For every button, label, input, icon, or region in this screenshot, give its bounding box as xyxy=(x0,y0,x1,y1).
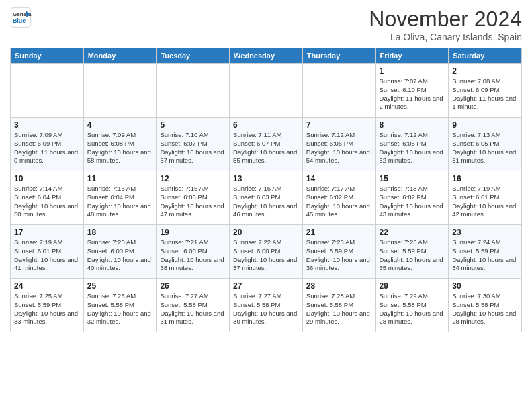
day-info: Sunrise: 7:12 AMSunset: 6:05 PMDaylight:… xyxy=(380,131,445,165)
calendar-cell: 17Sunrise: 7:19 AMSunset: 6:01 PMDayligh… xyxy=(11,225,84,279)
calendar-cell: 28Sunrise: 7:28 AMSunset: 5:58 PMDayligh… xyxy=(302,279,375,332)
day-number: 25 xyxy=(87,281,153,291)
calendar-cell: 14Sunrise: 7:17 AMSunset: 6:02 PMDayligh… xyxy=(302,171,375,225)
title-section: November 2024 La Oliva, Canary Islands, … xyxy=(369,7,522,42)
day-number: 16 xyxy=(452,174,518,183)
calendar-week-1: 1Sunrise: 7:07 AMSunset: 6:10 PMDaylight… xyxy=(11,64,522,118)
day-info: Sunrise: 7:29 AMSunset: 5:58 PMDaylight:… xyxy=(380,292,445,326)
weekday-header-friday: Friday xyxy=(375,48,449,64)
calendar-cell xyxy=(11,64,84,118)
day-number: 19 xyxy=(160,228,226,237)
calendar-cell: 22Sunrise: 7:23 AMSunset: 5:59 PMDayligh… xyxy=(375,225,449,279)
weekday-header-thursday: Thursday xyxy=(302,48,375,64)
calendar-cell: 9Sunrise: 7:13 AMSunset: 6:05 PMDaylight… xyxy=(449,118,522,171)
month-title: November 2024 xyxy=(369,7,522,32)
day-number: 7 xyxy=(306,120,372,130)
day-info: Sunrise: 7:07 AMSunset: 6:10 PMDaylight:… xyxy=(380,77,445,111)
calendar-cell xyxy=(230,64,303,118)
day-number: 1 xyxy=(380,66,445,76)
day-number: 8 xyxy=(380,120,445,130)
day-number: 10 xyxy=(14,174,80,183)
day-info: Sunrise: 7:09 AMSunset: 6:09 PMDaylight:… xyxy=(14,131,80,165)
location: La Oliva, Canary Islands, Spain xyxy=(369,32,522,42)
weekday-header-saturday: Saturday xyxy=(449,48,522,64)
day-info: Sunrise: 7:13 AMSunset: 6:05 PMDaylight:… xyxy=(452,131,518,165)
day-number: 3 xyxy=(14,120,80,130)
day-number: 4 xyxy=(87,120,153,130)
calendar-cell xyxy=(83,64,157,118)
calendar-cell: 1Sunrise: 7:07 AMSunset: 6:10 PMDaylight… xyxy=(375,64,449,118)
day-info: Sunrise: 7:08 AMSunset: 6:09 PMDaylight:… xyxy=(452,77,518,111)
day-info: Sunrise: 7:19 AMSunset: 6:01 PMDaylight:… xyxy=(452,185,518,219)
day-number: 24 xyxy=(14,281,80,291)
calendar-cell: 11Sunrise: 7:15 AMSunset: 6:04 PMDayligh… xyxy=(83,171,157,225)
calendar-cell: 16Sunrise: 7:19 AMSunset: 6:01 PMDayligh… xyxy=(449,171,522,225)
day-number: 5 xyxy=(160,120,226,130)
day-number: 13 xyxy=(233,174,299,183)
calendar-cell: 30Sunrise: 7:30 AMSunset: 5:58 PMDayligh… xyxy=(449,279,522,332)
day-info: Sunrise: 7:26 AMSunset: 5:58 PMDaylight:… xyxy=(87,292,153,326)
day-number: 2 xyxy=(452,66,518,76)
day-info: Sunrise: 7:27 AMSunset: 5:58 PMDaylight:… xyxy=(233,292,299,326)
day-number: 28 xyxy=(306,281,372,291)
day-info: Sunrise: 7:28 AMSunset: 5:58 PMDaylight:… xyxy=(306,292,372,326)
day-info: Sunrise: 7:15 AMSunset: 6:04 PMDaylight:… xyxy=(87,185,153,219)
day-info: Sunrise: 7:23 AMSunset: 5:59 PMDaylight:… xyxy=(306,238,372,273)
calendar-cell: 21Sunrise: 7:23 AMSunset: 5:59 PMDayligh… xyxy=(302,225,375,279)
day-info: Sunrise: 7:20 AMSunset: 6:00 PMDaylight:… xyxy=(87,238,153,273)
day-info: Sunrise: 7:24 AMSunset: 5:59 PMDaylight:… xyxy=(452,238,518,273)
weekday-header-tuesday: Tuesday xyxy=(157,48,230,64)
day-info: Sunrise: 7:27 AMSunset: 5:58 PMDaylight:… xyxy=(160,292,226,326)
logo-icon: General Blue xyxy=(10,7,32,28)
calendar-cell: 27Sunrise: 7:27 AMSunset: 5:58 PMDayligh… xyxy=(230,279,303,332)
day-info: Sunrise: 7:14 AMSunset: 6:04 PMDaylight:… xyxy=(14,185,80,219)
calendar-cell: 26Sunrise: 7:27 AMSunset: 5:58 PMDayligh… xyxy=(157,279,230,332)
day-number: 20 xyxy=(233,228,299,237)
day-number: 12 xyxy=(160,174,226,183)
calendar-week-3: 10Sunrise: 7:14 AMSunset: 6:04 PMDayligh… xyxy=(11,171,522,225)
page-container: General Blue November 2024 La Oliva, Can… xyxy=(0,0,532,339)
calendar-cell: 6Sunrise: 7:11 AMSunset: 6:07 PMDaylight… xyxy=(230,118,303,171)
day-info: Sunrise: 7:11 AMSunset: 6:07 PMDaylight:… xyxy=(233,131,299,165)
day-info: Sunrise: 7:17 AMSunset: 6:02 PMDaylight:… xyxy=(306,185,372,219)
header: General Blue November 2024 La Oliva, Can… xyxy=(10,7,522,42)
calendar-cell: 18Sunrise: 7:20 AMSunset: 6:00 PMDayligh… xyxy=(83,225,157,279)
day-number: 11 xyxy=(87,174,153,183)
day-number: 27 xyxy=(233,281,299,291)
calendar-cell: 10Sunrise: 7:14 AMSunset: 6:04 PMDayligh… xyxy=(11,171,84,225)
calendar-table: SundayMondayTuesdayWednesdayThursdayFrid… xyxy=(10,48,522,332)
day-number: 14 xyxy=(306,174,372,183)
logo: General Blue xyxy=(10,7,34,28)
svg-text:Blue: Blue xyxy=(13,17,26,24)
calendar-cell xyxy=(302,64,375,118)
calendar-cell: 12Sunrise: 7:16 AMSunset: 6:03 PMDayligh… xyxy=(157,171,230,225)
day-number: 26 xyxy=(160,281,226,291)
calendar-cell: 20Sunrise: 7:22 AMSunset: 6:00 PMDayligh… xyxy=(230,225,303,279)
calendar-cell: 7Sunrise: 7:12 AMSunset: 6:06 PMDaylight… xyxy=(302,118,375,171)
calendar-cell: 24Sunrise: 7:25 AMSunset: 5:59 PMDayligh… xyxy=(11,279,84,332)
day-info: Sunrise: 7:12 AMSunset: 6:06 PMDaylight:… xyxy=(306,131,372,165)
calendar-cell xyxy=(157,64,230,118)
weekday-header-row: SundayMondayTuesdayWednesdayThursdayFrid… xyxy=(11,48,522,64)
day-info: Sunrise: 7:10 AMSunset: 6:07 PMDaylight:… xyxy=(160,131,226,165)
day-number: 30 xyxy=(452,281,518,291)
day-info: Sunrise: 7:30 AMSunset: 5:58 PMDaylight:… xyxy=(452,292,518,326)
calendar-cell: 4Sunrise: 7:09 AMSunset: 6:08 PMDaylight… xyxy=(83,118,157,171)
weekday-header-sunday: Sunday xyxy=(11,48,84,64)
day-number: 9 xyxy=(452,120,518,130)
calendar-cell: 19Sunrise: 7:21 AMSunset: 6:00 PMDayligh… xyxy=(157,225,230,279)
day-info: Sunrise: 7:18 AMSunset: 6:02 PMDaylight:… xyxy=(380,185,445,219)
calendar-cell: 23Sunrise: 7:24 AMSunset: 5:59 PMDayligh… xyxy=(449,225,522,279)
day-number: 21 xyxy=(306,228,372,237)
day-number: 6 xyxy=(233,120,299,130)
calendar-cell: 13Sunrise: 7:16 AMSunset: 6:03 PMDayligh… xyxy=(230,171,303,225)
day-number: 18 xyxy=(87,228,153,237)
calendar-week-5: 24Sunrise: 7:25 AMSunset: 5:59 PMDayligh… xyxy=(11,279,522,332)
weekday-header-monday: Monday xyxy=(83,48,157,64)
calendar-week-4: 17Sunrise: 7:19 AMSunset: 6:01 PMDayligh… xyxy=(11,225,522,279)
day-info: Sunrise: 7:22 AMSunset: 6:00 PMDaylight:… xyxy=(233,238,299,273)
calendar-cell: 25Sunrise: 7:26 AMSunset: 5:58 PMDayligh… xyxy=(83,279,157,332)
day-number: 23 xyxy=(452,228,518,237)
calendar-cell: 15Sunrise: 7:18 AMSunset: 6:02 PMDayligh… xyxy=(375,171,449,225)
calendar-cell: 2Sunrise: 7:08 AMSunset: 6:09 PMDaylight… xyxy=(449,64,522,118)
